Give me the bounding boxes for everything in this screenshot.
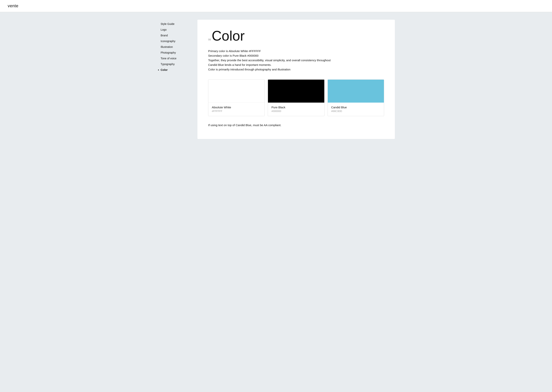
description-line: Secondary color is Pure Black #000000 xyxy=(208,53,384,58)
color-hex: #69C3DD xyxy=(331,110,380,112)
color-info: Candid Blue#69C3DD xyxy=(328,103,384,116)
color-name: Candid Blue xyxy=(331,106,380,109)
color-card-candid-blue: Candid Blue#69C3DD xyxy=(327,79,384,116)
color-hex: #FFFFFF xyxy=(212,110,261,112)
color-hex: #000000 xyxy=(271,110,321,112)
color-card-pure-black: Pure Black#000000 xyxy=(268,79,324,116)
sidebar: Style GuideLogoBrandIconographyIllustrat… xyxy=(157,20,192,139)
color-name: Pure Black xyxy=(271,106,321,109)
sidebar-nav: Style GuideLogoBrandIconographyIllustrat… xyxy=(157,21,192,73)
sidebar-item-color[interactable]: Color xyxy=(157,67,192,73)
sidebar-item-photography[interactable]: Photography xyxy=(157,50,192,55)
app-header: vente xyxy=(0,0,552,12)
description-line: Primary color is Absolute White #FFFFFF xyxy=(208,49,384,53)
color-swatch xyxy=(328,80,384,103)
description-block: Primary color is Absolute White #FFFFFFS… xyxy=(208,49,384,72)
description-line: Color is primarily introduced through ph… xyxy=(208,67,384,72)
sidebar-item-illustration[interactable]: Illustration xyxy=(157,44,192,49)
app-logo: vente xyxy=(8,3,18,8)
main-layout: Style GuideLogoBrandIconographyIllustrat… xyxy=(150,12,402,147)
color-cards: Absolute White#FFFFFFPure Black#000000Ca… xyxy=(208,79,384,116)
page-title: Color xyxy=(212,29,245,43)
description-line: Candid Blue lends a hand for important m… xyxy=(208,63,384,67)
color-card-absolute-white: Absolute White#FFFFFF xyxy=(208,79,265,116)
sidebar-item-logo[interactable]: Logo xyxy=(157,27,192,32)
color-info: Absolute White#FFFFFF xyxy=(208,103,264,116)
color-swatch xyxy=(208,80,264,103)
sidebar-item-style-guide[interactable]: Style Guide xyxy=(157,21,192,27)
page-title-area: 08 Color xyxy=(208,29,384,43)
page-number: 08 xyxy=(208,38,211,43)
sidebar-item-typography[interactable]: Typography xyxy=(157,62,192,67)
color-swatch xyxy=(268,80,324,103)
content-panel: 08 Color Primary color is Absolute White… xyxy=(197,20,395,139)
sidebar-item-tone-of-voice[interactable]: Tone of voice xyxy=(157,56,192,61)
footnote: If using text on top of Candid Blue, mus… xyxy=(208,123,384,127)
sidebar-item-iconography[interactable]: Iconography xyxy=(157,38,192,44)
color-name: Absolute White xyxy=(212,106,261,109)
description-line: Together, they provide the best accessib… xyxy=(208,58,384,63)
color-info: Pure Black#000000 xyxy=(268,103,324,116)
sidebar-item-brand[interactable]: Brand xyxy=(157,33,192,38)
